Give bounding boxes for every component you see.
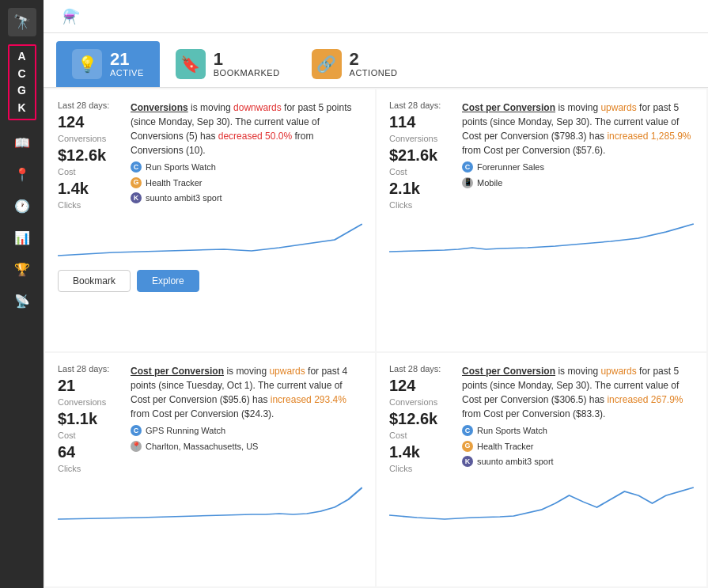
tag-loc-icon: 📍 xyxy=(131,441,142,452)
card-1-text: Conversions is moving downwards for past… xyxy=(131,101,362,210)
card-2-metric-name: Cost per Conversion xyxy=(462,102,555,113)
card-1-period: Last 28 days: xyxy=(58,101,121,110)
active-tab-label: Active xyxy=(110,68,144,78)
sidebar-logo[interactable]: 🔭 xyxy=(8,8,36,36)
card-2-change: increased 1,285.9% xyxy=(607,131,691,142)
card-2-stats: Last 28 days: 114 Conversions $21.6k Cos… xyxy=(389,101,452,210)
tab-bookmarked[interactable]: 🔖 1 Bookmarked xyxy=(160,41,296,87)
tab-actioned[interactable]: 🔗 2 Actioned xyxy=(296,41,414,87)
location-icon[interactable]: 📍 xyxy=(8,163,36,185)
chart-icon[interactable]: 📊 xyxy=(8,226,36,248)
card-1-clicks-label: Clicks xyxy=(58,200,121,210)
trophy-icon[interactable]: 🏆 xyxy=(8,258,36,280)
card-2-is-moving: is moving xyxy=(558,102,600,113)
card-4-conversions-value: 124 xyxy=(389,377,452,394)
card-2-top: Last 28 days: 114 Conversions $21.6k Cos… xyxy=(389,101,694,210)
bookmarked-tab-number: 1 xyxy=(214,51,280,68)
card-4-clicks-label: Clicks xyxy=(389,464,452,473)
card-4-text: Cost per Conversion is moving upwards fo… xyxy=(462,364,694,473)
card-1-actions: Bookmark Explore xyxy=(58,270,362,292)
card-4-change: increased 267.9% xyxy=(607,394,683,405)
wifi-icon[interactable]: 📡 xyxy=(8,290,36,312)
card-3-stats: Last 28 days: 21 Conversions $1.1k Cost … xyxy=(58,364,121,473)
tabs-bar: 💡 21 Active 🔖 1 Bookmarked 🔗 2 Actioned xyxy=(44,33,708,88)
explore-button[interactable]: Explore xyxy=(137,270,199,292)
card-1-cost-label: Cost xyxy=(58,167,121,176)
card-4: Last 28 days: 124 Conversions $12.6k Cos… xyxy=(377,353,706,586)
cards-grid: Last 28 days: 124 Conversions $12.6k Cos… xyxy=(44,88,708,588)
card-3-direction: upwards xyxy=(269,366,305,377)
card-3-conversions-label: Conversions xyxy=(58,397,121,407)
card-2-cost-label: Cost xyxy=(389,167,452,176)
card-3-clicks-label: Clicks xyxy=(58,464,121,473)
tag-item: K suunto ambit3 sport xyxy=(131,192,362,205)
card-2-cost-value: $21.6k xyxy=(389,146,452,164)
card-2-direction: upwards xyxy=(600,102,636,113)
card-4-cost-value: $12.6k xyxy=(389,410,452,427)
tag-item: C Forerunner Sales xyxy=(462,161,694,174)
active-tab-icon: 💡 xyxy=(72,49,102,79)
tag-g-icon: G xyxy=(462,441,473,452)
tag-item: K suunto ambit3 sport xyxy=(462,455,694,469)
active-tab-info: 21 Active xyxy=(110,51,144,78)
card-2-tags: C Forerunner Sales 📱 Mobile xyxy=(462,161,694,189)
tag-c-icon: C xyxy=(131,425,142,436)
card-1-tags: C Run Sports Watch G Health Tracker K su… xyxy=(131,161,362,205)
tag-label: Mobile xyxy=(477,176,502,190)
letter-c: C xyxy=(17,66,25,82)
tag-label: GPS Running Watch xyxy=(146,424,225,438)
card-3: Last 28 days: 21 Conversions $1.1k Cost … xyxy=(45,353,375,586)
card-4-period: Last 28 days: xyxy=(389,364,452,374)
topbar: ⚗️ xyxy=(44,0,708,33)
book-icon[interactable]: 📖 xyxy=(8,131,36,154)
tag-label: Run Sports Watch xyxy=(146,161,216,174)
card-3-chart xyxy=(58,480,362,527)
clock-icon[interactable]: 🕐 xyxy=(8,195,36,217)
tag-item: C Run Sports Watch xyxy=(462,424,694,438)
card-2-clicks-value: 2.1k xyxy=(389,180,452,197)
filter-icon[interactable]: ⚗️ xyxy=(62,8,80,25)
card-1-is-moving: is moving xyxy=(191,102,233,113)
card-3-text: Cost per Conversion is moving upwards fo… xyxy=(131,364,362,473)
bookmarked-tab-label: Bookmarked xyxy=(214,68,280,78)
tag-label: suunto ambit3 sport xyxy=(477,455,554,469)
letter-a: A xyxy=(17,49,25,65)
tab-active[interactable]: 💡 21 Active xyxy=(56,41,160,87)
actioned-tab-number: 2 xyxy=(350,51,398,68)
card-1: Last 28 days: 124 Conversions $12.6k Cos… xyxy=(45,89,375,351)
tag-mobile-icon: 📱 xyxy=(462,177,473,188)
tag-item: G Health Tracker xyxy=(462,440,694,453)
tag-item: C GPS Running Watch xyxy=(131,424,362,438)
card-2-conversions-value: 114 xyxy=(389,113,452,131)
card-4-direction: upwards xyxy=(600,366,636,377)
card-4-clicks-value: 1.4k xyxy=(389,443,452,461)
bookmarked-tab-info: 1 Bookmarked xyxy=(214,51,280,78)
card-4-top: Last 28 days: 124 Conversions $12.6k Cos… xyxy=(389,364,694,473)
card-2-period: Last 28 days: xyxy=(389,101,452,110)
bookmarked-tab-icon: 🔖 xyxy=(176,49,206,79)
tag-label: Health Tracker xyxy=(146,176,203,190)
card-3-cost-value: $1.1k xyxy=(58,410,121,427)
tag-c-icon: C xyxy=(131,161,142,173)
tag-c-icon: C xyxy=(462,425,473,436)
tag-label: suunto ambit3 sport xyxy=(146,192,222,205)
tag-label: Charlton, Massachusetts, US xyxy=(146,440,258,453)
letter-g: G xyxy=(17,83,26,99)
card-3-tags: C GPS Running Watch 📍 Charlton, Massachu… xyxy=(131,424,362,453)
card-3-top: Last 28 days: 21 Conversions $1.1k Cost … xyxy=(58,364,362,473)
card-2-text: Cost per Conversion is moving upwards fo… xyxy=(462,101,694,210)
bookmark-button[interactable]: Bookmark xyxy=(58,270,131,292)
sidebar-letters: A C G K xyxy=(8,44,36,120)
card-1-conversions-value: 124 xyxy=(58,113,121,131)
tag-label: Health Tracker xyxy=(477,440,534,453)
card-1-change: decreased 50.0% xyxy=(218,131,292,142)
tag-item: G Health Tracker xyxy=(131,176,362,190)
tag-k-icon: K xyxy=(462,456,473,467)
card-3-cost-label: Cost xyxy=(58,431,121,440)
card-3-clicks-value: 64 xyxy=(58,443,121,461)
card-3-conversions-value: 21 xyxy=(58,377,121,394)
tag-label: Forerunner Sales xyxy=(477,161,544,174)
tag-g-icon: G xyxy=(131,177,142,188)
letter-k: K xyxy=(17,101,25,116)
card-2-change-suffix: from Cost per Conversion ($57.6). xyxy=(462,145,605,156)
